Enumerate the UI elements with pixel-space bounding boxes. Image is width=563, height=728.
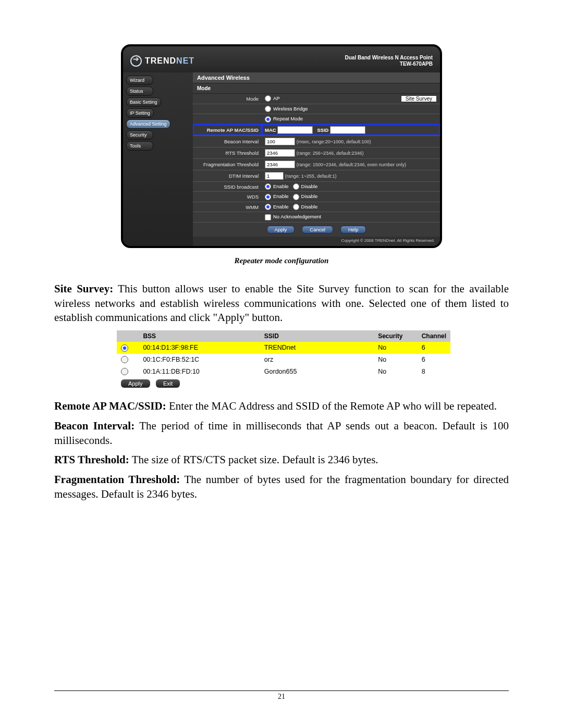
survey-apply-button[interactable]: Apply — [121, 379, 150, 388]
remote-ssid-label: SSID — [317, 127, 328, 133]
ssidb-disable-label: Disable — [301, 183, 318, 189]
survey-bss: 00:1A:11:DB:FD:10 — [139, 365, 260, 377]
remote-ssid-input[interactable] — [330, 126, 365, 134]
frag-hint: (range: 1500~2346, default:2346, even nu… — [297, 162, 406, 167]
nav-wizard[interactable]: Wizard — [126, 76, 153, 85]
wmm-disable-label: Disable — [301, 204, 318, 209]
survey-header-channel: Channel — [418, 330, 450, 342]
nav-security[interactable]: Security — [126, 130, 153, 140]
survey-ssid: orz — [260, 354, 374, 366]
nav-ip-setting[interactable]: IP Setting — [126, 108, 154, 118]
dtim-hint: (range: 1~255, default:1) — [285, 174, 337, 179]
frag-input[interactable] — [265, 161, 295, 168]
wmm-disable-radio[interactable] — [293, 204, 299, 210]
survey-row[interactable]: 00:1A:11:DB:FD:10 Gordon655 No 8 — [117, 365, 450, 377]
survey-ssid: Gordon655 — [260, 365, 374, 377]
survey-exit-button[interactable]: Exit — [156, 379, 180, 388]
survey-radio-0[interactable] — [121, 344, 128, 352]
figure-caption: Repeater mode configuration — [54, 256, 509, 265]
wmm-label: WMM — [193, 202, 262, 212]
wds-enable-label: Enable — [273, 193, 289, 199]
mode-repeat-label: Repeat Mode — [273, 116, 303, 121]
survey-ssid: TRENDnet — [260, 342, 374, 354]
noack-checkbox[interactable] — [265, 214, 271, 220]
para-remote: Remote AP MAC/SSID: Enter the MAC Addres… — [54, 399, 509, 414]
wds-label: WDS — [193, 192, 262, 202]
mode-ap-radio[interactable] — [265, 95, 271, 102]
survey-radio-1[interactable] — [121, 356, 128, 363]
nav-advanced-setting[interactable]: Advanced Setting — [126, 119, 170, 129]
mode-label: Mode — [193, 94, 262, 104]
survey-row[interactable]: 00:1C:F0:FB:52:1C orz No 6 — [117, 354, 450, 366]
noack-label: No Acknowledgement — [273, 214, 321, 219]
mode-bridge-radio[interactable] — [265, 106, 271, 112]
survey-channel: 8 — [418, 365, 450, 377]
router-screenshot: TRENDNET Dual Band Wireless N Access Poi… — [121, 44, 442, 248]
survey-row[interactable]: 00:14:D1:3F:98:FE TRENDnet No 6 — [117, 342, 450, 354]
product-title: Dual Band Wireless N Access Point TEW-67… — [345, 55, 433, 68]
mode-bridge-label: Wireless Bridge — [273, 106, 308, 112]
nav-sidebar: Wizard Status Basic Setting IP Setting A… — [123, 72, 193, 246]
rts-input[interactable] — [265, 149, 295, 157]
survey-channel: 6 — [418, 342, 450, 354]
survey-header-ssid: SSID — [260, 330, 374, 342]
wds-disable-label: Disable — [301, 193, 318, 199]
remote-label: Remote AP MAC/SSID — [193, 124, 262, 135]
ssidb-enable-label: Enable — [273, 183, 289, 189]
survey-security: No — [374, 365, 418, 377]
mode-ap-label: AP — [273, 95, 280, 101]
remote-mac-input[interactable] — [277, 126, 313, 134]
trendnet-logo-icon — [130, 55, 142, 67]
survey-security: No — [374, 342, 418, 354]
para-rts: RTS Threshold: The size of RTS/CTS packe… — [54, 453, 509, 467]
settings-table: Mode AP Site Survey Wireless Bridge Repe… — [193, 94, 440, 223]
beacon-hint: (msec, range:20~1000, default:100) — [297, 139, 371, 144]
wds-enable-radio[interactable] — [265, 194, 271, 200]
survey-radio-2[interactable] — [121, 368, 128, 375]
apply-button[interactable]: Apply — [267, 226, 295, 233]
ssidb-label: SSID broadcast — [193, 181, 262, 191]
mode-repeat-radio[interactable] — [265, 116, 271, 122]
remote-mac-label: MAC — [265, 127, 276, 133]
beacon-label: Beacon Interval — [193, 135, 262, 147]
help-button[interactable]: Help — [340, 226, 366, 233]
copyright-text: Copyright © 2008 TRENDnet. All Rights Re… — [193, 237, 440, 246]
section-title: Advanced Wireless — [193, 72, 440, 83]
dtim-input[interactable] — [265, 172, 284, 180]
survey-security: No — [374, 354, 418, 366]
survey-bss: 00:14:D1:3F:98:FE — [139, 342, 260, 354]
dtim-label: DTIM Interval — [193, 170, 262, 181]
beacon-input[interactable] — [265, 138, 295, 145]
brand-text: TRENDNET — [145, 56, 194, 66]
nav-status[interactable]: Status — [126, 87, 153, 96]
wmm-enable-radio[interactable] — [265, 204, 271, 210]
survey-channel: 6 — [418, 354, 450, 366]
page-footer: 21 — [54, 690, 509, 701]
nav-tools[interactable]: Tools — [126, 141, 153, 151]
wmm-enable-label: Enable — [273, 204, 289, 209]
page-number: 21 — [54, 693, 509, 701]
para-site-survey: Site Survey: This button allows user to … — [54, 282, 509, 325]
mode-subsection-title: Mode — [193, 83, 440, 94]
frag-label: Fragmentation Threshold — [193, 158, 262, 170]
rts-label: RTS Threshold — [193, 147, 262, 158]
survey-header-bss: BSS — [139, 330, 260, 342]
survey-bss: 00:1C:F0:FB:52:1C — [139, 354, 260, 366]
para-frag: Fragmentation Threshold: The number of b… — [54, 473, 509, 501]
para-beacon: Beacon Interval: The period of time in m… — [54, 419, 509, 448]
cancel-button[interactable]: Cancel — [302, 226, 333, 233]
site-survey-button[interactable]: Site Survey — [401, 95, 437, 102]
survey-table: BSS SSID Security Channel 00:14:D1:3F:98… — [117, 330, 450, 390]
wds-disable-radio[interactable] — [293, 194, 299, 200]
ssidb-enable-radio[interactable] — [265, 183, 271, 190]
survey-header-security: Security — [374, 330, 418, 342]
nav-basic-setting[interactable]: Basic Setting — [126, 97, 161, 107]
rts-hint: (range: 256~2346, default:2346) — [297, 151, 364, 156]
ssidb-disable-radio[interactable] — [293, 183, 299, 190]
